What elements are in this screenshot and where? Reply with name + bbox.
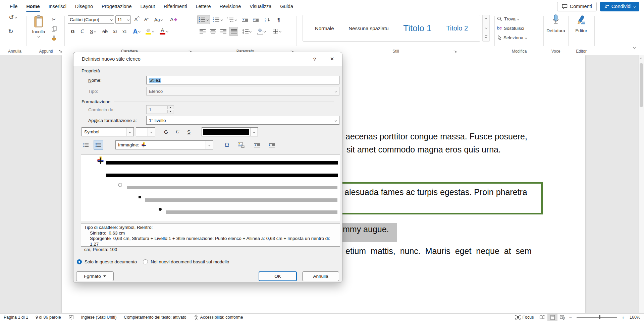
grow-font-button[interactable]: A [132,15,141,24]
bullets-button[interactable] [197,15,210,24]
bordered-paragraph-box[interactable]: alesuada fames ac turpis egestas. Proin … [334,182,543,214]
style-nessuna-spaziatura[interactable]: Nessuna spaziatu [348,25,388,31]
multilevel-list-button[interactable] [225,15,238,24]
menu-home[interactable]: Home [22,0,44,13]
bullet-image-combo[interactable]: Immagine: [115,140,213,149]
document-paragraph-line[interactable]: aecenas porttitor congue massa. Fusce po… [345,132,527,141]
superscript-button[interactable]: x2 [120,27,129,36]
align-right-button[interactable] [219,27,228,36]
styles-scroll-up-icon[interactable] [485,18,487,20]
dialog-help-button[interactable]: ? [308,52,322,66]
borders-button[interactable] [270,27,284,36]
highlighted-text[interactable]: mmy augue. [343,224,397,234]
focus-mode-button[interactable]: Focus [512,314,537,321]
format-menu-button[interactable]: Formato [76,271,114,281]
paste-button[interactable]: Incolla [30,15,48,50]
bullet-color-dropdown-button[interactable] [250,128,258,136]
bordered-paragraph-text[interactable]: alesuada fames ac turpis egestas. Proin … [344,187,541,197]
find-button[interactable]: Trova [497,14,519,23]
document-paragraph-line[interactable]: sit amet commodo magna eros quis urna. [346,145,501,154]
underline-button[interactable]: S [87,27,99,36]
dialog-italic-button[interactable]: C [173,127,182,136]
clear-formatting-button[interactable]: A [168,15,178,24]
clipboard-launcher-icon[interactable] [59,50,62,53]
font-color-button[interactable]: A [158,27,170,36]
dialog-bold-button[interactable]: G [161,127,171,136]
insert-picture-button[interactable] [236,140,246,150]
justify-button[interactable] [229,27,238,36]
zoom-slider[interactable] [577,317,617,318]
accessibility-status[interactable]: Accessibilità: conforme [190,314,247,321]
print-layout-button[interactable] [547,314,557,321]
menu-file[interactable]: File [5,0,22,13]
menu-progettazione[interactable]: Progettazione [97,0,136,13]
dialog-titlebar[interactable]: Definisci nuovo stile elenco [73,52,342,66]
menu-inserisci[interactable]: Inserisci [44,0,71,13]
bullet-font-dropdown-button[interactable] [126,128,133,136]
comments-button[interactable]: Commenti [557,2,597,11]
name-input[interactable]: Stile1 [146,76,339,84]
spinner-up-button[interactable] [167,106,173,109]
decrease-indent-button[interactable] [240,15,250,24]
proofing-status[interactable] [65,314,77,321]
editor-button[interactable]: Editor [570,14,593,48]
increase-indent-button[interactable] [251,15,260,24]
image-combo-dropdown-button[interactable] [206,141,213,149]
menu-lettere[interactable]: Lettere [191,0,215,13]
pilcrow-button[interactable]: ¶ [274,15,283,24]
change-case-button[interactable]: Aa [152,15,164,24]
shading-button[interactable] [255,27,268,36]
menu-riferimenti[interactable]: Riferimenti [159,0,191,13]
share-button[interactable]: Condividi [600,2,639,11]
style-titolo-1[interactable]: Titolo 1 [403,23,431,34]
highlight-button[interactable] [144,27,156,36]
undo-button[interactable]: ↺ [6,13,19,22]
styles-scroll-down-icon[interactable] [485,27,487,29]
symbol-button[interactable]: Ω [222,140,232,150]
dialog-increase-indent-button[interactable] [267,140,276,150]
bold-button[interactable]: G [68,27,77,36]
highlighted-text-block[interactable]: mmy augue. [342,223,397,242]
font-name-combo[interactable]: Calibri (Corpo) [68,15,114,24]
menu-guida[interactable]: Guida [276,0,298,13]
replace-button[interactable]: bc Sostituisci [497,24,524,33]
sort-button[interactable]: AZ [262,15,273,24]
dialog-close-button[interactable]: ✕ [325,52,339,66]
cut-button[interactable]: ✂ [50,15,58,23]
italic-button[interactable]: C [78,27,87,36]
zoom-out-button[interactable]: − [568,315,573,320]
copy-button[interactable] [50,25,58,33]
web-layout-button[interactable] [557,314,568,321]
bullet-font-combo[interactable]: Symbol [82,127,134,136]
dialog-underline-button[interactable]: S [184,127,194,136]
subscript-button[interactable]: x2 [111,27,119,36]
bullet-size-combo[interactable] [136,127,155,136]
radio-new-documents[interactable]: Nei nuovi documenti basati sul modello [143,259,229,264]
menu-revisione[interactable]: Revisione [215,0,246,13]
zoom-in-button[interactable]: + [620,315,626,320]
read-mode-button[interactable] [537,314,547,321]
word-count[interactable]: 9 di 86 parole [32,314,65,321]
page-indicator[interactable]: Pagina 1 di 1 [0,314,32,321]
styles-gallery-expand-icon[interactable] [485,36,487,38]
numbering-button[interactable] [211,15,224,24]
collapse-ribbon-chevron-icon[interactable] [633,46,636,49]
zoom-slider-handle[interactable] [599,315,600,319]
apply-to-combo[interactable]: 1° livello [146,116,339,125]
numbered-list-button[interactable] [81,140,91,150]
menu-layout[interactable]: Layout [136,0,160,13]
font-size-combo[interactable]: 11 [115,15,131,24]
dialog-decrease-indent-button[interactable] [252,140,262,150]
strikethrough-button[interactable]: ab [100,27,110,36]
menu-visualizza[interactable]: Visualizza [245,0,276,13]
bulleted-list-button[interactable] [94,140,103,150]
ok-button[interactable]: OK [259,271,297,281]
align-center-button[interactable] [208,27,217,36]
align-left-button[interactable] [198,27,207,36]
vertical-scrollbar[interactable] [638,55,644,313]
document-paragraph-line[interactable]: etium mattis, nunc. Mauris eget neque at… [345,246,532,256]
spinner-down-button[interactable] [167,110,173,113]
language-indicator[interactable]: Inglese (Stati Uniti) [77,314,120,321]
style-normale[interactable]: Normale [315,25,334,31]
redo-button[interactable]: ↻ [6,27,15,36]
